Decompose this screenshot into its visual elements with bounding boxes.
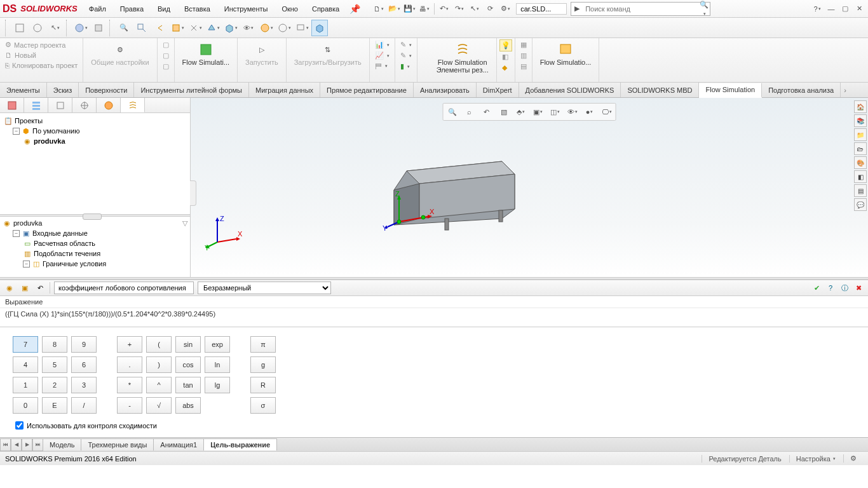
hu-zoom-area[interactable]: ⌕ xyxy=(462,105,477,119)
menu-insert[interactable]: Вставка xyxy=(178,3,217,15)
hu-view-settings[interactable]: 🖵▾ xyxy=(599,105,614,119)
tp-appearances-icon[interactable]: ◧ xyxy=(854,170,867,183)
hide-show-icon[interactable]: 👁▾ xyxy=(240,20,257,36)
zoom-area-icon[interactable] xyxy=(133,20,150,36)
study-fluid-sub[interactable]: ▥ Подобласти течения xyxy=(3,248,187,259)
rg-btn-4[interactable]: 📊▾ xyxy=(372,39,392,50)
fm-tab-display[interactable] xyxy=(97,98,121,112)
tree-toggle-icon[interactable]: − xyxy=(13,128,20,135)
ok-icon[interactable]: ✔ xyxy=(811,282,822,294)
pm-icon-1[interactable]: ◉ xyxy=(4,282,15,294)
undo-button[interactable]: ↶▾ xyxy=(437,2,451,16)
hu-hide-show[interactable]: ◫▾ xyxy=(548,105,563,119)
calc-tan[interactable]: tan xyxy=(175,377,201,393)
cancel-icon[interactable]: ✖ xyxy=(853,282,864,294)
calc-pi[interactable]: π xyxy=(250,336,276,353)
study-filter-icon[interactable]: ▽ xyxy=(182,219,187,227)
menu-window[interactable]: Окно xyxy=(275,3,304,15)
graphics-viewport[interactable]: 🔍 ⌕ ↶ ▧ ⬘▾ ▣▾ ◫▾ 👁▾ ●▾ 🖵▾ xyxy=(191,98,868,277)
section-view-icon[interactable]: ▾ xyxy=(169,20,186,36)
rg-btn-12[interactable]: ▦ xyxy=(518,39,529,50)
previous-view-icon[interactable] xyxy=(151,20,168,36)
hu-apply-scene[interactable]: ●▾ xyxy=(582,105,597,119)
dynamic-zoom-icon[interactable]: ▾ xyxy=(187,20,203,36)
calc-mul[interactable]: * xyxy=(117,377,142,393)
calc-rparen[interactable]: ) xyxy=(146,356,172,373)
zoom-fit-icon[interactable]: 🔍 xyxy=(116,20,132,36)
calc-lparen[interactable]: ( xyxy=(146,336,172,353)
flow-sim-tools-button[interactable]: Flow Simulatio... xyxy=(535,39,597,67)
rg-btn-13[interactable]: ▥ xyxy=(518,50,529,61)
calc-abs[interactable]: abs xyxy=(175,397,201,414)
apply-scene-icon[interactable]: ▾ xyxy=(276,20,292,36)
fm-tab-config[interactable] xyxy=(48,98,72,112)
view-settings-icon[interactable]: ▾ xyxy=(294,20,310,36)
calc-E[interactable]: E xyxy=(42,397,67,414)
help-icon[interactable]: ? xyxy=(825,282,836,294)
tb-scene-icon[interactable] xyxy=(90,20,107,36)
hu-view-orient[interactable]: ⬘▾ xyxy=(513,105,529,119)
select-button[interactable]: ↖▾ xyxy=(468,2,482,16)
run-button[interactable]: ▷Запустить xyxy=(240,39,283,67)
rg-btn-2[interactable]: ▢ xyxy=(160,50,172,61)
goal-dimension-select[interactable]: Безразмерный xyxy=(198,281,331,294)
toggle-icon[interactable]: − xyxy=(23,261,30,268)
redo-button[interactable]: ↷▾ xyxy=(452,2,466,16)
flow-sim-category-button[interactable]: Flow Simulation Элементы рез... xyxy=(431,39,494,75)
study-boundary[interactable]: − ◫ Граничные условия xyxy=(3,259,187,269)
panel-splitter[interactable] xyxy=(0,214,190,217)
rg-btn-10[interactable]: ◧ xyxy=(499,51,512,62)
btab-animation1[interactable]: Анимация1 xyxy=(153,438,204,451)
btab-model[interactable]: Модель xyxy=(43,438,81,451)
wizard-button[interactable]: ⚙Мастер проекта xyxy=(3,39,80,50)
calc-dot[interactable]: . xyxy=(117,356,142,373)
close-button[interactable]: ✕ xyxy=(853,3,865,15)
hu-display[interactable]: ▣▾ xyxy=(531,105,546,119)
hu-section[interactable]: ▧ xyxy=(496,105,512,119)
cm-tab-migration[interactable]: Миграция данных xyxy=(249,83,320,97)
calc-7[interactable]: 7 xyxy=(13,336,38,353)
study-comp-domain[interactable]: ▭ Расчетная область xyxy=(3,238,187,248)
edit-appear-icon[interactable]: ▾ xyxy=(258,20,275,36)
pm-back-icon[interactable]: ↶ xyxy=(34,282,46,294)
tree-root-projects[interactable]: 📋 Проекты xyxy=(3,116,187,126)
tb-part-icon[interactable] xyxy=(29,20,46,36)
document-name[interactable]: car.SLD... xyxy=(516,3,567,15)
calc-R[interactable]: R xyxy=(250,377,276,393)
cm-tab-direct-edit[interactable]: Прямое редактирование xyxy=(320,83,414,97)
toggle-icon[interactable]: − xyxy=(13,230,20,237)
command-search[interactable]: ▶ 🔍▾ xyxy=(571,2,710,16)
calc-sqrt[interactable]: √ xyxy=(146,397,172,414)
calc-0[interactable]: 0 xyxy=(13,397,38,414)
search-input[interactable] xyxy=(583,5,698,13)
menu-file[interactable]: Файл xyxy=(83,3,112,15)
view-orient-icon[interactable]: ▾ xyxy=(205,20,221,36)
cm-tab-flow-simulation[interactable]: Flow Simulation xyxy=(699,83,762,98)
hu-edit-appear[interactable]: 👁▾ xyxy=(565,105,580,119)
save-button[interactable]: 💾▾ xyxy=(402,2,416,16)
rg-btn-8[interactable]: ✎▾ xyxy=(398,50,414,61)
options-button[interactable]: ⚙▾ xyxy=(498,2,512,16)
calc-cos[interactable]: cos xyxy=(175,356,201,373)
nav-last[interactable]: ⏭ xyxy=(32,438,43,451)
calc-pow[interactable]: ^ xyxy=(146,377,172,393)
general-settings-button[interactable]: ⚙Общие настройки xyxy=(86,39,154,67)
calc-1[interactable]: 1 xyxy=(13,377,38,393)
calc-lg[interactable]: lg xyxy=(205,377,230,393)
calc-2[interactable]: 2 xyxy=(42,377,67,393)
cm-tab-addins[interactable]: Добавления SOLIDWORKS xyxy=(519,83,621,97)
clone-project-button[interactable]: ⎘Клонировать проект xyxy=(3,60,80,71)
calc-minus[interactable]: - xyxy=(117,397,142,414)
fm-tab-dimxpert[interactable] xyxy=(72,98,97,112)
search-icon[interactable]: 🔍▾ xyxy=(698,1,710,17)
fm-tab-flow-sim[interactable] xyxy=(121,98,145,112)
cm-tab-mold[interactable]: Инструменты литейной формы xyxy=(134,83,249,97)
nav-first[interactable]: ⏮ xyxy=(0,438,11,451)
rg-btn-6[interactable]: ⛿▾ xyxy=(372,61,392,71)
hu-zoom-fit[interactable]: 🔍 xyxy=(445,105,460,119)
study-input-data[interactable]: − ▣ Входные данные xyxy=(3,228,187,238)
minimize-button[interactable]: — xyxy=(825,3,837,15)
calc-5[interactable]: 5 xyxy=(42,356,67,373)
fm-tab-property[interactable] xyxy=(24,98,48,112)
calc-6[interactable]: 6 xyxy=(71,356,97,373)
